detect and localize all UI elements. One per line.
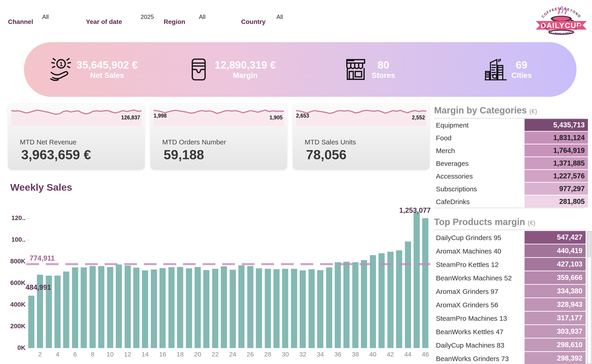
category-row[interactable]: Beverages1,371,885 (434, 157, 592, 170)
category-row[interactable]: Merch1,764,919 (434, 144, 592, 157)
product-row-value-cell[interactable]: 359,666 (525, 271, 586, 284)
scrollbar-thumb[interactable] (588, 232, 591, 257)
product-row-value-cell[interactable]: 298,610 (525, 338, 586, 351)
bar-week-20[interactable] (195, 267, 201, 348)
bar-week-38[interactable] (352, 262, 358, 348)
bar-week-29[interactable] (273, 269, 280, 348)
product-row[interactable]: AromaX Grinders 97334,380 (434, 285, 592, 298)
bar-week-32[interactable] (300, 270, 306, 348)
bar-week-6[interactable] (72, 267, 78, 348)
product-row-value-cell[interactable]: 547,427 (525, 231, 586, 244)
bar-week-4[interactable] (54, 276, 61, 348)
product-row-value-cell[interactable]: 440,419 (525, 244, 586, 257)
bar-week-27[interactable] (256, 268, 262, 348)
category-row-value-cell[interactable]: 5,435,713 (525, 119, 588, 131)
filter-region[interactable]: Region All (164, 12, 241, 26)
category-row[interactable]: Food1,831,124 (434, 132, 592, 144)
bar-week-45[interactable] (414, 213, 420, 348)
bar-week-33[interactable] (309, 269, 315, 348)
filter-year-value[interactable]: 2025 (141, 13, 154, 20)
category-row[interactable]: Subscriptions977,297 (434, 183, 592, 195)
bar-week-44[interactable] (405, 241, 411, 348)
bar-week-31[interactable] (291, 269, 297, 348)
bar-week-5[interactable] (63, 272, 69, 348)
product-row[interactable]: BeanWorks Kettles 47303,937 (434, 325, 592, 338)
bar-week-46[interactable] (422, 218, 428, 348)
bar-week-16[interactable] (159, 268, 166, 348)
bar-week-24[interactable] (230, 270, 236, 348)
category-row-value-cell[interactable]: 1,764,919 (525, 144, 588, 156)
weekly-sales-x-axis: 2468101214161820222426283032343638404244… (27, 351, 430, 358)
y-tick-label: 200K (6, 323, 26, 330)
bar-week-13[interactable] (133, 268, 139, 348)
bar-week-36[interactable] (335, 262, 341, 348)
bar-week-18[interactable] (177, 267, 183, 348)
product-row-value-cell[interactable]: 334,380 (525, 285, 586, 298)
bar-week-23[interactable] (221, 266, 227, 348)
bar-week-14[interactable] (142, 270, 148, 348)
filter-region-value[interactable]: All (199, 13, 205, 20)
product-row[interactable]: AromaX Machines 40440,419 (434, 244, 592, 258)
category-row[interactable]: Accessories1,227,576 (434, 170, 592, 183)
category-row[interactable]: Equipment5,435,713 (434, 119, 592, 132)
bar-week-9[interactable] (98, 266, 104, 348)
spark-end-label: 126,837 (121, 115, 140, 121)
bar-week-25[interactable] (238, 265, 244, 348)
bar-week-21[interactable] (203, 270, 209, 348)
x-tick-label (150, 351, 158, 358)
bar-week-7[interactable] (81, 267, 87, 348)
bar-week-42[interactable] (387, 252, 394, 348)
bar-week-19[interactable] (186, 268, 192, 348)
product-row-value-cell[interactable]: 303,937 (525, 325, 586, 338)
category-row-value-cell[interactable]: 281,805 (525, 195, 588, 208)
bar-week-8[interactable] (90, 266, 96, 348)
x-tick-label: 18 (176, 351, 184, 358)
product-row[interactable]: SteamPro Kettles 12427,103 (434, 258, 592, 271)
bar-slot (316, 213, 324, 348)
product-row[interactable]: BeanWorks Grinders 73298,392 (434, 352, 592, 364)
product-row[interactable]: BeanWorks Machines 52359,666 (434, 271, 592, 285)
category-row-label: Merch (434, 144, 525, 157)
product-row-value-cell[interactable]: 427,103 (525, 258, 586, 271)
bar-week-40[interactable] (370, 255, 376, 348)
product-row-value-cell[interactable]: 328,943 (525, 298, 586, 311)
bar-week-17[interactable] (168, 267, 175, 348)
x-tick-label: 36 (333, 351, 342, 358)
product-row[interactable]: AromaX Grinders 56328,943 (434, 298, 592, 312)
scrollbar[interactable] (587, 231, 592, 364)
category-row-value-cell[interactable]: 977,297 (525, 183, 588, 195)
filter-channel-value[interactable]: All (42, 13, 49, 20)
bar-week-11[interactable] (116, 265, 122, 348)
filter-country-value[interactable]: All (276, 13, 283, 20)
bar-week-37[interactable] (343, 262, 349, 348)
x-tick-label (377, 351, 386, 358)
bar-week-1[interactable] (28, 296, 34, 348)
bar-week-12[interactable] (125, 266, 131, 348)
bar-week-10[interactable] (107, 267, 113, 348)
bar-week-34[interactable] (317, 270, 323, 348)
category-row-value-cell[interactable]: 1,227,576 (525, 170, 588, 182)
bar-week-35[interactable] (326, 267, 332, 348)
x-tick-label (79, 351, 88, 358)
product-row[interactable]: DailyCup Grinders 95547,427 (434, 231, 592, 244)
bar-week-22[interactable] (212, 269, 218, 348)
category-row-value-cell[interactable]: 1,831,124 (525, 132, 588, 144)
bar-week-28[interactable] (265, 269, 271, 348)
filter-channel-label: Channel (8, 18, 33, 26)
product-row-value-cell[interactable]: 298,392 (525, 352, 586, 364)
filter-channel[interactable]: Channel All (8, 12, 86, 26)
filter-country[interactable]: Country All (241, 12, 332, 26)
bar-week-26[interactable] (247, 266, 253, 348)
product-row-value-cell[interactable]: 317,177 (525, 312, 586, 324)
category-row[interactable]: CafeDrinks281,805 (434, 195, 592, 208)
first-bar-label: 484,991 (26, 283, 51, 292)
category-row-value-cell[interactable]: 1,371,885 (525, 157, 588, 169)
product-row[interactable]: DailyCup Machines 83298,610 (434, 338, 592, 352)
bar-week-39[interactable] (361, 260, 367, 348)
product-row[interactable]: SteamPro Machines 13317,177 (434, 312, 592, 325)
kpi-stores-label: Stores (372, 71, 395, 80)
bar-week-15[interactable] (151, 269, 157, 348)
filter-year-of-date[interactable]: Year of date 2025 (86, 12, 164, 26)
bar-week-30[interactable] (282, 269, 288, 348)
bar-week-41[interactable] (378, 253, 385, 348)
